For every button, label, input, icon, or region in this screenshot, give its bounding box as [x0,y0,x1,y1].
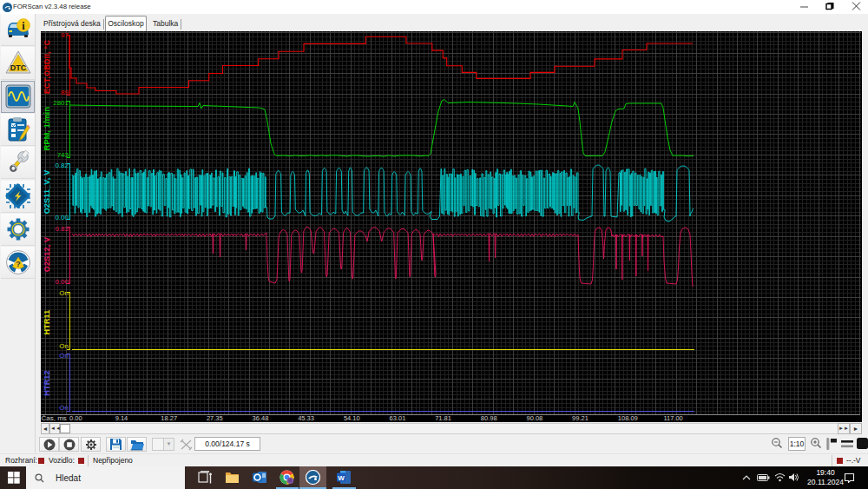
svg-text:?: ? [16,260,21,268]
svg-text:ECT,OBDII, °C: ECT,OBDII, °C [43,40,51,95]
svg-text:45.33: 45.33 [298,414,314,422]
svg-text:27.35: 27.35 [207,414,223,422]
svg-text:HTR12: HTR12 [43,370,51,396]
svg-text:RPM, 1/min: RPM, 1/min [43,107,51,151]
svg-text:W: W [338,474,345,482]
svg-text:0.00: 0.00 [55,278,69,286]
svg-text:80.98: 80.98 [481,414,497,422]
svg-text:DTC: DTC [10,63,26,72]
svg-text:0.00: 0.00 [69,414,82,422]
svg-text:99.21: 99.21 [572,414,589,422]
svg-text:9.14: 9.14 [115,414,128,422]
svg-text:On: On [59,352,69,360]
svg-text:On: On [59,404,69,412]
svg-text:2801: 2801 [53,99,69,107]
svg-text:89: 89 [61,89,69,96]
svg-text:54.10: 54.10 [344,414,360,422]
svg-text:On: On [59,342,69,350]
svg-text:71.81: 71.81 [435,414,451,422]
svg-text:0.83: 0.83 [55,225,69,233]
svg-text:On: On [59,289,69,297]
svg-text:18.27: 18.27 [161,414,177,422]
svg-text:36.48: 36.48 [253,414,269,422]
svg-text:97: 97 [61,31,69,39]
svg-text:O2S11_V, V: O2S11_V, V [43,170,51,215]
svg-text:63.01: 63.01 [390,414,406,422]
svg-text:Čas, ms: Čas, ms [42,414,67,422]
svg-text:90.08: 90.08 [527,414,543,422]
svg-text:0.00: 0.00 [55,214,69,221]
svg-text:0.82: 0.82 [55,162,69,169]
svg-text:108.09: 108.09 [618,414,638,422]
svg-text:O2S12, V: O2S12, V [43,237,51,273]
svg-text:HTR11: HTR11 [43,309,51,334]
svg-text:117.00: 117.00 [663,414,682,422]
svg-text:743: 743 [57,151,69,159]
